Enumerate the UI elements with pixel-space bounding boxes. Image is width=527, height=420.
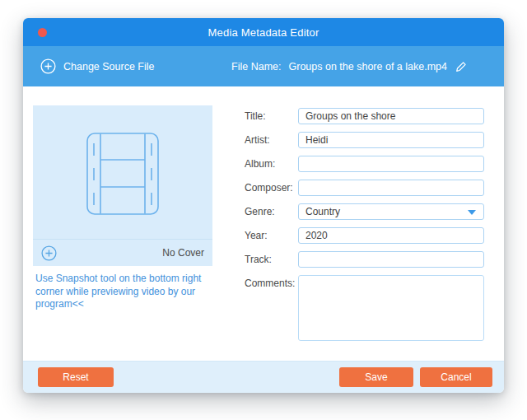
track-label: Track:	[245, 254, 298, 265]
artist-label: Artist:	[245, 134, 298, 146]
title-label: Title:	[245, 110, 298, 122]
film-strip-icon	[86, 133, 159, 218]
footer-bar: Reset Save Cancel	[23, 361, 504, 393]
genre-label: Genre:	[245, 206, 298, 217]
change-source-file-button[interactable]: Change Source File	[40, 58, 154, 74]
rename-pencil-icon[interactable]	[455, 60, 468, 73]
reset-button[interactable]: Reset	[38, 367, 114, 387]
form-row-year: Year:	[245, 227, 484, 244]
composer-label: Composer:	[245, 182, 298, 194]
form-row-track: Track:	[245, 251, 484, 268]
plus-circle-icon	[41, 245, 57, 261]
header-bar: Change Source File File Name: Groups on …	[23, 46, 504, 86]
genre-selected-value: Country	[305, 206, 340, 217]
snapshot-tip-text: Use Snapshot tool on the bottom right co…	[35, 273, 220, 311]
form-row-composer: Composer:	[245, 180, 484, 196]
year-label: Year:	[245, 230, 298, 241]
close-button[interactable]	[38, 28, 47, 37]
artist-input[interactable]	[298, 132, 484, 148]
file-name-group: File Name: Groups on the shore of a lake…	[231, 60, 468, 73]
cover-preview-panel: No Cover	[33, 105, 212, 266]
plus-circle-icon	[40, 58, 56, 74]
media-metadata-editor-window: Media Metadata Editor Change Source File…	[23, 18, 504, 393]
save-button[interactable]: Save	[339, 367, 413, 387]
form-row-album: Album:	[245, 156, 484, 172]
form-row-artist: Artist:	[245, 132, 484, 148]
composer-input[interactable]	[298, 180, 484, 196]
form-row-genre: Genre: Country	[245, 203, 484, 220]
track-input[interactable]	[298, 251, 484, 268]
add-cover-button[interactable]	[41, 245, 57, 261]
genre-select[interactable]: Country	[298, 203, 484, 220]
comments-label: Comments:	[245, 275, 298, 289]
main-area: No Cover Use Snapshot tool on the bottom…	[23, 86, 504, 361]
title-bar: Media Metadata Editor	[23, 18, 504, 46]
chevron-down-icon	[468, 210, 476, 215]
file-name-label: File Name:	[231, 61, 281, 72]
album-input[interactable]	[298, 156, 484, 172]
title-input[interactable]	[298, 108, 484, 124]
window-title: Media Metadata Editor	[208, 26, 319, 39]
form-row-comments: Comments:	[245, 275, 484, 341]
no-cover-label: No Cover	[162, 247, 204, 259]
comments-textarea[interactable]	[298, 275, 484, 341]
album-label: Album:	[245, 158, 298, 170]
cover-actions-strip: No Cover	[33, 239, 212, 266]
file-name-value: Groups on the shore of a lake.mp4	[289, 61, 447, 72]
form-row-title: Title:	[245, 108, 484, 124]
change-source-file-label: Change Source File	[63, 61, 154, 72]
year-input[interactable]	[298, 227, 484, 244]
cancel-button[interactable]: Cancel	[420, 367, 492, 387]
